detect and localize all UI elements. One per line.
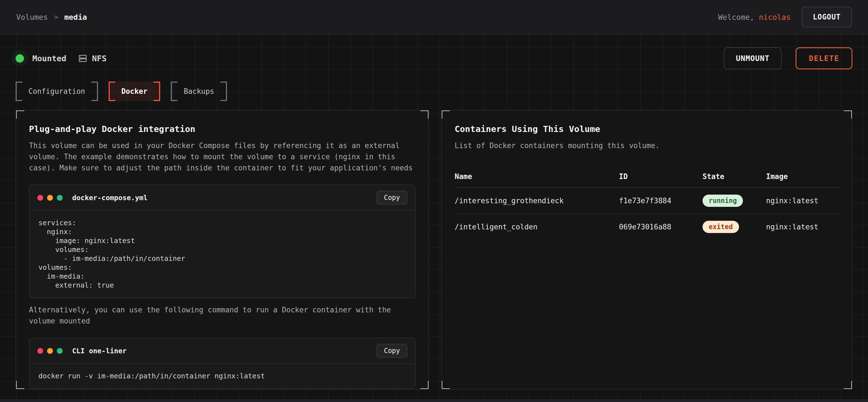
welcome-prefix: Welcome, [718,13,759,22]
traffic-light-amber-icon [47,348,53,354]
container-state: running [703,195,766,207]
welcome-text: Welcome, nicolas [718,13,790,22]
compose-filename: docker-compose.yml [72,194,148,202]
container-name: /intelligent_colden [455,223,619,231]
compose-code-content: services: nginx: image: nginx:latest vol… [30,211,415,298]
breadcrumb-volumes-link[interactable]: Volumes [16,13,48,22]
traffic-light-red-icon [37,348,43,354]
traffic-light-amber-icon [47,195,53,201]
containers-table-header: Name ID State Image [455,167,839,188]
docker-integration-panel: Plug-and-play Docker integration This vo… [16,110,429,390]
container-id: f1e73e7f3884 [619,197,703,205]
corner-accent [844,381,852,390]
content-panels: Plug-and-play Docker integration This vo… [16,110,852,390]
copy-compose-button[interactable]: Copy [377,191,407,205]
top-bar: Volumes > media Welcome, nicolas LOGOUT [0,0,868,35]
username: nicolas [759,13,790,22]
containers-panel: Containers Using This Volume List of Doc… [441,110,852,390]
column-header-name: Name [455,172,619,181]
tab-bar: Configuration Docker Backups [16,81,852,101]
breadcrumb: Volumes > media [16,13,87,22]
compose-code-header: docker-compose.yml Copy [30,185,415,211]
container-id: 069e73016a88 [619,223,703,231]
container-image: nginx:latest [766,223,839,231]
main-area: Mounted NFS UNMOUNT DELETE Configuration… [0,35,868,402]
corner-accent [441,110,450,119]
cli-code-content: docker run -v im-media:/path/in/containe… [30,364,415,388]
mounted-status-dot-icon [16,54,24,63]
bottom-grid-strip [0,400,868,402]
unmount-button[interactable]: UNMOUNT [724,47,782,69]
logout-button[interactable]: LOGOUT [802,7,852,27]
compose-code-block: docker-compose.yml Copy services: nginx:… [29,185,415,298]
container-state: exited [703,221,766,233]
server-stack-icon [78,54,88,63]
corner-accent [420,381,429,390]
traffic-light-green-icon [57,195,63,201]
containers-table: Name ID State Image /interesting_grothen… [455,167,839,240]
chevron-right-icon: > [54,13,58,21]
top-bar-right: Welcome, nicolas LOGOUT [718,7,852,27]
traffic-lights [37,195,63,201]
docker-panel-description: This volume can be used in your Docker C… [29,140,415,173]
tab-docker[interactable]: Docker [108,81,160,101]
column-header-id: ID [619,172,703,181]
cli-intro-text: Alternatively, you can use the following… [29,304,415,327]
corner-accent [420,110,429,119]
containers-panel-subtitle: List of Docker containers mounting this … [455,140,839,151]
containers-panel-title: Containers Using This Volume [455,124,839,134]
column-header-image: Image [766,172,839,181]
traffic-light-green-icon [57,348,63,354]
corner-accent [844,110,852,119]
corner-accent [16,381,24,390]
driver-info: NFS [78,54,106,63]
column-header-state: State [703,172,766,181]
tab-backups[interactable]: Backups [171,81,227,101]
container-image: nginx:latest [766,197,839,205]
status-badge-running: running [703,195,743,207]
mounted-status-label: Mounted [32,54,66,63]
driver-label: NFS [92,54,106,63]
breadcrumb-current-volume: media [64,13,87,22]
cli-code-header: CLI one-liner Copy [30,338,415,364]
container-row: /intelligent_colden 069e73016a88 exited … [455,214,839,240]
cli-code-block: CLI one-liner Copy docker run -v im-medi… [29,338,415,389]
volume-status-row: Mounted NFS UNMOUNT DELETE [16,35,852,69]
docker-panel-title: Plug-and-play Docker integration [29,124,415,134]
status-badge-exited: exited [703,221,739,233]
tab-configuration[interactable]: Configuration [16,81,98,101]
copy-cli-button[interactable]: Copy [377,344,407,358]
volume-actions: UNMOUNT DELETE [724,47,852,69]
delete-button[interactable]: DELETE [796,47,852,69]
corner-accent [16,110,24,119]
corner-accent [441,381,450,390]
traffic-light-red-icon [37,195,43,201]
cli-title: CLI one-liner [72,347,127,355]
container-name: /interesting_grothendieck [455,197,619,205]
containers-table-body: /interesting_grothendieck f1e73e7f3884 r… [455,188,839,240]
container-row: /interesting_grothendieck f1e73e7f3884 r… [455,188,839,214]
volume-status: Mounted NFS [16,54,107,63]
traffic-lights [37,348,63,354]
